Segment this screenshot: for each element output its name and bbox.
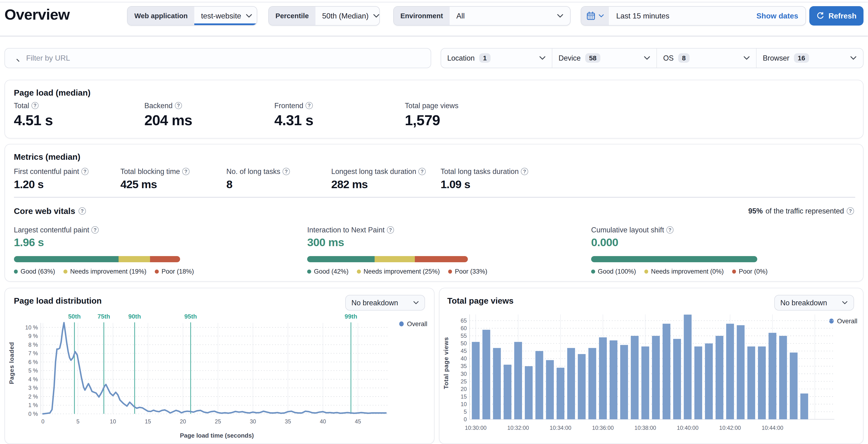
overall-distribution-line[interactable] — [43, 323, 386, 414]
cwv-value: 300 ms — [307, 236, 468, 249]
bar[interactable] — [503, 365, 512, 419]
bar[interactable] — [747, 347, 755, 419]
bar[interactable] — [610, 341, 617, 419]
bar[interactable] — [557, 368, 564, 419]
bar[interactable] — [694, 347, 702, 419]
distribution-legend[interactable]: Overall — [399, 320, 427, 328]
help-icon[interactable]: ? — [283, 168, 290, 175]
facet-filter-group: Location1Device58OS8Browser16 — [441, 48, 864, 68]
svg-text:55: 55 — [461, 333, 467, 339]
bar[interactable] — [716, 336, 723, 419]
percentile-select[interactable]: Percentile 50th (Median) — [268, 6, 380, 26]
help-icon[interactable]: ? — [387, 226, 394, 234]
help-icon[interactable]: ? — [521, 168, 528, 175]
svg-text:10:38:00: 10:38:00 — [634, 425, 656, 431]
bar[interactable] — [705, 344, 713, 420]
facet-location[interactable]: Location1 — [441, 49, 552, 68]
page-load-distribution-chart[interactable]: 0510152025303540450 %1 %2 %3 %4 %5 %6 %7… — [9, 313, 400, 431]
x-gridlines: 051015202530354045 — [41, 323, 361, 424]
help-icon[interactable]: ? — [31, 102, 39, 109]
stat-value: 425 ms — [120, 178, 190, 191]
calendar-dropdown[interactable] — [581, 7, 609, 25]
bar[interactable] — [684, 315, 691, 419]
help-icon[interactable]: ? — [175, 102, 182, 109]
stat-total-page-views: Total page views1,579 — [405, 101, 458, 128]
bar[interactable] — [493, 348, 501, 419]
distribution-breakdown-select[interactable]: No breakdown — [345, 295, 425, 310]
help-icon[interactable]: ? — [418, 168, 426, 175]
bar[interactable] — [726, 324, 734, 419]
date-range-value: Last 15 minutes — [609, 7, 749, 25]
svg-text:15: 15 — [461, 393, 467, 400]
facet-count-badge: 1 — [479, 53, 491, 63]
environment-select[interactable]: Environment All — [393, 6, 571, 26]
url-filter-input[interactable] — [25, 53, 425, 63]
show-dates-link[interactable]: Show dates — [749, 7, 806, 25]
legend-dot — [357, 270, 361, 273]
cwv-legend: Good (42%)Needs improvement (25%)Poor (3… — [307, 268, 468, 275]
help-icon[interactable]: ? — [306, 102, 313, 109]
bar[interactable] — [631, 336, 639, 419]
bar[interactable] — [790, 353, 798, 419]
metrics-card: Metrics (median) First contentful paint?… — [4, 144, 864, 282]
bar[interactable] — [800, 393, 808, 419]
bar[interactable] — [652, 336, 660, 419]
web-application-select[interactable]: Web application test-website — [127, 6, 257, 26]
cwv-distribution-bar — [307, 256, 468, 262]
help-icon[interactable]: ? — [666, 226, 674, 234]
svg-text:35: 35 — [285, 418, 291, 424]
help-icon[interactable]: ? — [79, 207, 86, 215]
total-page-views-card: Total page views No breakdown Overall To… — [439, 288, 864, 444]
bar[interactable] — [662, 324, 671, 419]
bar[interactable] — [535, 351, 543, 419]
bar[interactable] — [567, 348, 575, 419]
bar[interactable] — [588, 348, 596, 419]
svg-text:10: 10 — [110, 418, 116, 424]
stat-label: Frontend? — [274, 101, 313, 110]
svg-text:35: 35 — [461, 363, 467, 369]
stat-longest-long-task-duration: Longest long task duration?282 ms — [331, 167, 426, 191]
svg-text:4 %: 4 % — [28, 376, 38, 382]
help-icon[interactable]: ? — [847, 207, 854, 215]
cwv-legend: Good (100%)Needs improvement (0%)Poor (0… — [591, 268, 757, 275]
help-icon[interactable]: ? — [82, 168, 89, 175]
bar[interactable] — [599, 337, 607, 419]
help-icon[interactable]: ? — [182, 168, 190, 175]
bar[interactable] — [525, 366, 533, 419]
legend-dot — [63, 270, 67, 273]
bar[interactable] — [769, 333, 776, 419]
stat-value: 1.09 s — [441, 178, 528, 191]
svg-text:10:42:00: 10:42:00 — [719, 425, 741, 431]
total-page-views-chart[interactable]: 0510152025303540455055606510:30:0010:32:… — [444, 310, 857, 439]
bar[interactable] — [620, 345, 628, 419]
page-load-title: Page load (median) — [14, 88, 91, 97]
stat-label: Total long tasks duration? — [441, 167, 528, 176]
bar[interactable] — [546, 360, 554, 419]
facet-os[interactable]: OS8 — [657, 49, 756, 68]
bar[interactable] — [482, 330, 490, 419]
stat-total-long-tasks-duration: Total long tasks duration?1.09 s — [441, 167, 528, 191]
refresh-button[interactable]: Refresh — [809, 6, 864, 26]
stat-value: 4.31 s — [274, 112, 313, 128]
bar[interactable] — [758, 347, 766, 419]
bar[interactable] — [578, 354, 585, 419]
facet-device[interactable]: Device58 — [552, 49, 657, 68]
cwv-distribution-bar — [14, 256, 180, 262]
bar[interactable] — [779, 336, 787, 419]
needs-improvement-segment — [119, 256, 150, 262]
facet-browser[interactable]: Browser16 — [756, 49, 863, 68]
bar[interactable] — [641, 347, 649, 419]
help-icon[interactable]: ? — [91, 226, 99, 234]
bar[interactable] — [673, 339, 681, 419]
bar[interactable] — [472, 342, 480, 419]
stat-label: First contentful paint? — [14, 167, 89, 176]
page-views-breakdown-select[interactable]: No breakdown — [774, 295, 854, 310]
needs-improvement-segment — [375, 256, 415, 262]
cwv-label: Cumulative layout shift? — [591, 226, 757, 234]
bar[interactable] — [514, 342, 522, 419]
cwv-cumulative-layout-shift: Cumulative layout shift?0.000Good (100%)… — [591, 226, 757, 275]
svg-text:0 %: 0 % — [28, 411, 38, 417]
bar[interactable] — [737, 325, 744, 419]
facet-count-badge: 16 — [794, 53, 809, 63]
date-range-picker[interactable]: Last 15 minutes Show dates — [581, 6, 806, 26]
